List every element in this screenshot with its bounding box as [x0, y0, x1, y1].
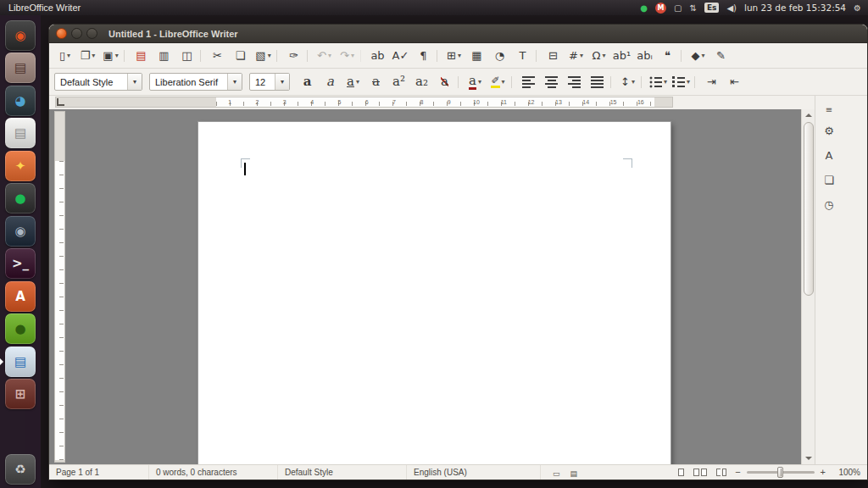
status-bar: Page 1 of 1 0 words, 0 characters Defaul…: [49, 464, 867, 480]
zoom-slider[interactable]: [747, 471, 815, 474]
view-single-page-button[interactable]: [676, 466, 687, 480]
window-titlebar[interactable]: Untitled 1 - LibreOffice Writer: [49, 25, 867, 43]
launcher-spotify-green[interactable]: ●: [5, 313, 36, 344]
formatting-marks-button[interactable]: ¶: [413, 46, 434, 66]
scrollbar-up-icon[interactable]: [802, 109, 815, 121]
launcher-libreoffice-writer[interactable]: ▤: [5, 347, 36, 377]
spelling-button[interactable]: A✓: [390, 46, 411, 66]
clone-formatting-button[interactable]: ✑: [283, 46, 304, 66]
numbered-list-button[interactable]: [670, 72, 692, 92]
superscript-button[interactable]: a²: [388, 72, 409, 92]
launcher-terminal[interactable]: >_: [5, 248, 36, 279]
copy-button[interactable]: ❏: [230, 46, 251, 66]
find-replace-button[interactable]: ab: [367, 46, 388, 66]
special-character-button[interactable]: Ω: [588, 46, 609, 66]
insert-chart-button[interactable]: ◔: [489, 46, 510, 66]
bold-button[interactable]: a: [297, 72, 318, 92]
print-button[interactable]: ▥: [153, 46, 175, 66]
insert-footnote-button[interactable]: ab¹: [611, 46, 632, 66]
new-document-button[interactable]: ▯: [54, 46, 75, 66]
insert-image-button[interactable]: ▦: [466, 46, 487, 66]
cut-button[interactable]: ✂: [207, 46, 228, 66]
zoom-out-button[interactable]: −: [733, 468, 742, 477]
document-canvas[interactable]: [49, 109, 801, 464]
toolbar-button-icon: [568, 75, 581, 88]
insert-endnote-button[interactable]: abᵢ: [634, 46, 655, 66]
chevron-down-icon[interactable]: ▾: [227, 74, 242, 90]
word-count-status[interactable]: 0 words, 0 characters: [149, 465, 278, 480]
export-pdf-button[interactable]: ▤: [131, 46, 152, 66]
sidebar-navigator-icon[interactable]: ◷: [819, 194, 839, 214]
decrease-indent-button[interactable]: ⇤: [724, 72, 745, 92]
line-spacing-button[interactable]: ↕: [617, 72, 638, 92]
align-center-button[interactable]: [541, 72, 562, 92]
justify-button[interactable]: [587, 72, 608, 92]
bullet-list-button[interactable]: [648, 72, 669, 92]
zoom-in-button[interactable]: +: [819, 468, 827, 477]
launcher-steam[interactable]: ◉: [5, 216, 36, 247]
font-size-combobox[interactable]: 12 ▾: [249, 73, 290, 91]
strikethrough-button[interactable]: a: [365, 72, 387, 92]
vertical-ruler[interactable]: [54, 111, 65, 463]
view-book-button[interactable]: [714, 466, 729, 480]
launcher-trash[interactable]: ♻: [5, 454, 36, 485]
font-color-button[interactable]: a: [465, 72, 486, 92]
highlight-color-button[interactable]: ✐: [487, 72, 509, 92]
launcher-software-center[interactable]: ✦: [5, 151, 36, 181]
save-button[interactable]: ▣: [100, 46, 121, 66]
paragraph-style-combobox[interactable]: Default Style ▾: [54, 73, 142, 91]
app-menu-title[interactable]: LibreOffice Writer: [0, 3, 89, 13]
document-page[interactable]: [198, 122, 670, 464]
insert-table-button[interactable]: ⊞: [443, 46, 465, 66]
underline-button[interactable]: a: [342, 72, 364, 92]
align-right-button[interactable]: [564, 72, 585, 92]
increase-indent-button[interactable]: ⇥: [701, 72, 722, 92]
vertical-scrollbar[interactable]: [801, 109, 815, 464]
launcher-workspace[interactable]: ⊞: [5, 379, 36, 409]
open-button[interactable]: ❐: [77, 46, 98, 66]
launcher-spotify[interactable]: ●: [5, 183, 36, 214]
scrollbar-down-icon[interactable]: [802, 452, 815, 464]
toolbar-button-icon: ↷: [340, 50, 349, 61]
window-minimize-button[interactable]: [71, 28, 82, 39]
sidebar-gallery-icon[interactable]: ❏: [819, 169, 839, 190]
sidebar-settings-icon[interactable]: ≡: [821, 103, 837, 116]
clear-formatting-button[interactable]: a: [434, 72, 455, 92]
selection-mode-button[interactable]: ▭: [553, 466, 560, 479]
tab-stop-selector-icon[interactable]: [57, 98, 64, 106]
launcher-document[interactable]: ▤: [5, 118, 36, 148]
chevron-down-icon[interactable]: ▾: [127, 74, 142, 90]
document-modified-indicator[interactable]: ▤: [570, 466, 578, 479]
zoom-level[interactable]: 100%: [832, 468, 860, 477]
italic-button[interactable]: a: [320, 72, 341, 92]
language-status[interactable]: English (USA): [407, 465, 541, 480]
print-preview-button[interactable]: ◫: [176, 46, 198, 66]
window-maximize-button[interactable]: [86, 28, 97, 39]
show-draw-functions-button[interactable]: ✎: [710, 46, 732, 66]
sidebar-styles-icon[interactable]: A: [819, 145, 839, 165]
window-close-button[interactable]: [56, 28, 67, 39]
launcher-browser[interactable]: ◕: [5, 86, 36, 116]
zoom-slider-thumb[interactable]: [777, 467, 783, 478]
launcher-files[interactable]: ▤: [5, 53, 36, 83]
redo-button[interactable]: ↷: [337, 46, 358, 66]
insert-comment-button[interactable]: ❝: [657, 46, 678, 66]
page-break-button[interactable]: ⊟: [542, 46, 564, 66]
sidebar-properties-icon[interactable]: ⚙: [819, 120, 839, 141]
font-name-combobox[interactable]: Liberation Serif ▾: [149, 73, 242, 91]
paragraph-style-status[interactable]: Default Style: [278, 465, 407, 480]
page-count-status[interactable]: Page 1 of 1: [49, 465, 149, 480]
paste-button[interactable]: ▧: [253, 46, 274, 66]
view-multiple-pages-button[interactable]: [691, 466, 709, 480]
horizontal-ruler[interactable]: 12345678910111213141516: [55, 97, 673, 108]
subscript-button[interactable]: a₂: [411, 72, 432, 92]
insert-field-button[interactable]: #: [565, 46, 587, 66]
launcher-libreoffice[interactable]: A: [5, 281, 36, 312]
launcher-dash-home[interactable]: ◉: [5, 20, 36, 51]
align-left-button[interactable]: [518, 72, 539, 92]
chevron-down-icon[interactable]: ▾: [275, 74, 289, 90]
undo-button[interactable]: ↶: [314, 46, 335, 66]
scrollbar-thumb[interactable]: [804, 122, 814, 296]
insert-shapes-button[interactable]: ◆: [687, 46, 709, 66]
insert-textbox-button[interactable]: T: [512, 46, 533, 66]
